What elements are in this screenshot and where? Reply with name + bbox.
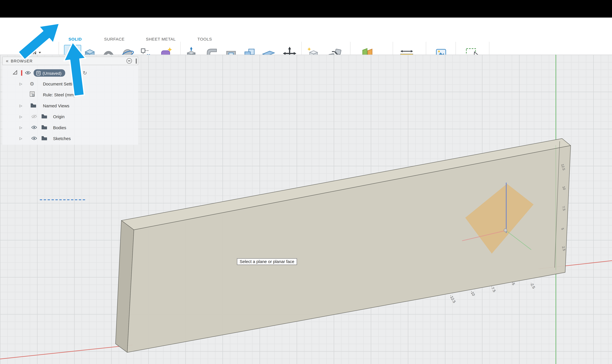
browser-item-origin[interactable]: ▷ Origin [2, 111, 138, 122]
title-bar [0, 0, 612, 17]
expand-arrow-icon[interactable]: ▷ [20, 115, 22, 119]
browser-item-named-views[interactable]: ▷ Named Views [2, 100, 138, 111]
rule-sheet-icon [30, 91, 35, 98]
tab-sheet-metal[interactable]: SHEET METAL [143, 36, 179, 42]
expand-arrow-icon[interactable]: ▷ [20, 126, 22, 130]
collapse-all-icon[interactable] [127, 58, 132, 64]
browser-title: BROWSER [11, 59, 33, 63]
app-window: DESIGN SOLID SURFACE SHEET METAL TOOLS [0, 0, 612, 364]
chevron-down-icon [39, 52, 41, 53]
item-label: Document Settings [43, 81, 79, 86]
expand-toggle-icon[interactable] [13, 69, 17, 77]
folder-icon [30, 102, 36, 109]
browser-panel: « BROWSER (Unsaved) ↻ ▷ ⚙ Document Setti [2, 57, 138, 145]
browser-item-sketches[interactable]: ▷ Sketches [2, 133, 138, 144]
browser-collapse-icon[interactable]: « [6, 59, 8, 63]
item-label: Named Views [43, 104, 69, 108]
browser-header: « BROWSER [2, 57, 138, 65]
panel-resize-handle[interactable] [136, 58, 136, 64]
visibility-eye-off-icon[interactable] [31, 113, 37, 120]
gear-icon: ⚙ [30, 81, 34, 87]
tab-surface[interactable]: SURFACE [101, 36, 128, 42]
cursor-tooltip: Select a plane or planar face [237, 258, 297, 265]
drop-target-indicator [40, 199, 85, 200]
visibility-eye-icon[interactable] [31, 135, 37, 142]
item-label: Bodies [53, 125, 66, 130]
sync-status-icon[interactable]: ↻ [83, 70, 87, 76]
item-label: Origin [53, 114, 65, 119]
expand-arrow-icon[interactable]: ▷ [20, 82, 22, 86]
document-name-pill[interactable]: (Unsaved) [34, 69, 65, 77]
browser-item-document[interactable]: (Unsaved) ↻ [2, 67, 138, 78]
document-name: (Unsaved) [43, 71, 61, 75]
item-label: Sketches [53, 136, 71, 141]
folder-icon [41, 124, 47, 131]
tab-tools[interactable]: TOOLS [194, 36, 215, 42]
folder-icon [41, 135, 47, 142]
visibility-eye-icon[interactable] [25, 69, 31, 77]
tab-solid[interactable]: SOLID [64, 36, 86, 42]
document-icon [36, 71, 41, 75]
browser-item-document-settings[interactable]: ▷ ⚙ Document Settings [2, 78, 138, 89]
folder-icon [41, 113, 47, 120]
browser-item-rule[interactable]: Rule: Steel (mm) [2, 89, 138, 100]
workspace-label: DESIGN [20, 51, 36, 55]
ribbon-toolbar: DESIGN SOLID SURFACE SHEET METAL TOOLS [0, 17, 612, 55]
browser-item-bodies[interactable]: ▷ Bodies [2, 122, 138, 133]
expand-arrow-icon[interactable]: ▷ [20, 104, 22, 108]
visibility-eye-icon[interactable] [31, 124, 37, 131]
item-label: Rule: Steel (mm) [43, 92, 75, 97]
active-edit-marker [21, 70, 22, 76]
expand-arrow-icon[interactable]: ▷ [20, 137, 22, 141]
